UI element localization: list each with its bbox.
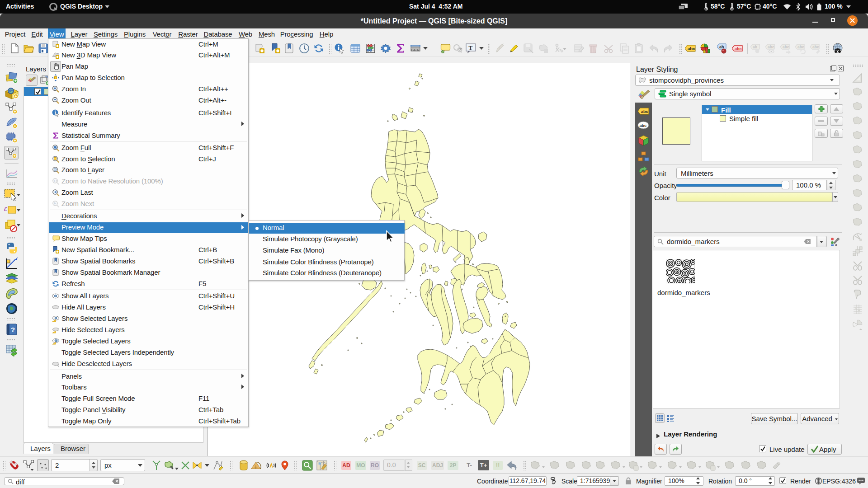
- svg-text:abc: abc: [688, 46, 695, 51]
- svg-text:T: T: [469, 44, 473, 51]
- svg-text:abc: abc: [812, 45, 819, 49]
- svg-text:abc: abc: [783, 45, 789, 49]
- svg-text:ab: ab: [753, 45, 757, 49]
- svg-text:ab: ab: [719, 45, 724, 49]
- svg-text:abc: abc: [641, 109, 648, 114]
- svg-text:abc: abc: [768, 45, 774, 49]
- svg-text:1:1: 1:1: [54, 180, 58, 183]
- svg-text:ε: ε: [4, 204, 7, 213]
- svg-text:abc: abc: [735, 47, 742, 51]
- svg-text:abc: abc: [797, 45, 804, 49]
- svg-text:?: ?: [11, 326, 15, 333]
- svg-text:abc: abc: [640, 123, 647, 128]
- svg-text:a: a: [835, 243, 837, 246]
